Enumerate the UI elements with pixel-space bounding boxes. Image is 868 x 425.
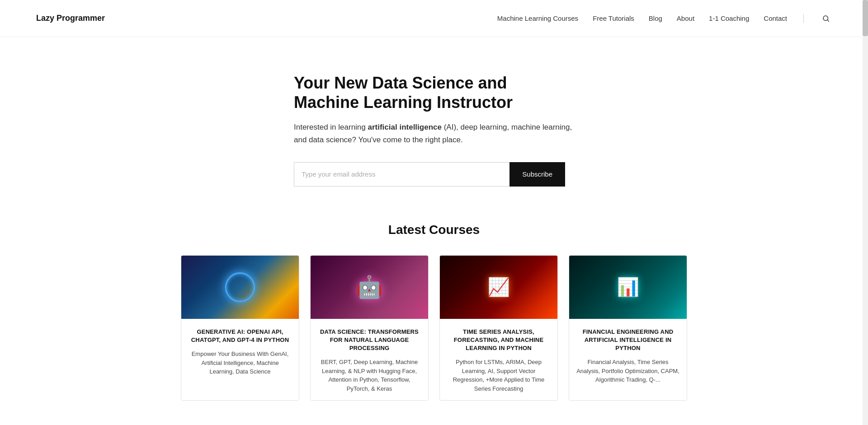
course-card-1[interactable]: GENERATIVE AI: OPENAI API, CHATGPT, AND … (181, 255, 299, 401)
courses-section-title: Latest Courses (36, 223, 832, 237)
course-card-3[interactable]: TIME SERIES ANALYSIS, FORECASTING, AND M… (439, 255, 558, 401)
hero-subtitle: Interested in learning artificial intell… (294, 121, 574, 145)
nav-blog[interactable]: Blog (649, 14, 662, 22)
course-image-3 (440, 256, 557, 319)
hero-title: Your New Data Science and Machine Learni… (294, 73, 574, 112)
nav-coaching[interactable]: 1-1 Coaching (709, 14, 749, 22)
course-desc-2: BERT, GPT, Deep Learning, Machine Learni… (318, 358, 421, 393)
nav-free-tutorials[interactable]: Free Tutorials (593, 14, 634, 22)
course-desc-4: Financial Analysis, Time Series Analysis… (576, 358, 679, 384)
course-desc-1: Empower Your Business With GenAI, Artifi… (189, 350, 292, 376)
svg-line-1 (827, 20, 829, 21)
course-image-4 (569, 256, 687, 319)
course-card-body-3: TIME SERIES ANALYSIS, FORECASTING, AND M… (440, 319, 557, 401)
courses-grid: GENERATIVE AI: OPENAI API, CHATGPT, AND … (181, 255, 687, 401)
subscribe-form: Subscribe (294, 162, 565, 187)
course-card-4[interactable]: FINANCIAL ENGINEERING AND ARTIFICIAL INT… (569, 255, 687, 401)
hero-subtitle-prefix: Interested in learning (294, 123, 368, 131)
course-title-1: GENERATIVE AI: OPENAI API, CHATGPT, AND … (189, 328, 292, 344)
course-title-2: DATA SCIENCE: TRANSFORMERS FOR NATURAL L… (318, 328, 421, 353)
course-card-body-2: DATA SCIENCE: TRANSFORMERS FOR NATURAL L… (311, 319, 428, 401)
search-icon (822, 14, 830, 23)
course-image-1 (181, 256, 299, 319)
nav-machine-learning-courses[interactable]: Machine Learning Courses (497, 14, 578, 22)
nav-contact[interactable]: Contact (764, 14, 787, 22)
course-image-2 (311, 256, 428, 319)
course-card-body-1: GENERATIVE AI: OPENAI API, CHATGPT, AND … (181, 319, 299, 401)
course-desc-3: Python for LSTMs, ARIMA, Deep Learning, … (447, 358, 550, 393)
main-nav: Machine Learning Courses Free Tutorials … (497, 13, 832, 24)
hero-subtitle-bold: artificial intelligence (368, 123, 442, 131)
course-title-3: TIME SERIES ANALYSIS, FORECASTING, AND M… (447, 328, 550, 353)
courses-section: Latest Courses GENERATIVE AI: OPENAI API… (0, 214, 868, 425)
svg-point-0 (823, 16, 828, 21)
site-logo[interactable]: Lazy Programmer (36, 14, 105, 23)
nav-about[interactable]: About (677, 14, 694, 22)
hero-section: Your New Data Science and Machine Learni… (276, 37, 592, 214)
course-card-2[interactable]: DATA SCIENCE: TRANSFORMERS FOR NATURAL L… (310, 255, 429, 401)
course-card-body-4: FINANCIAL ENGINEERING AND ARTIFICIAL INT… (569, 319, 687, 401)
scrollbar-track[interactable] (863, 0, 868, 425)
email-input[interactable] (294, 162, 509, 187)
subscribe-button[interactable]: Subscribe (509, 162, 565, 187)
search-button[interactable] (820, 13, 832, 24)
site-header: Lazy Programmer Machine Learning Courses… (0, 0, 868, 37)
course-title-4: FINANCIAL ENGINEERING AND ARTIFICIAL INT… (576, 328, 679, 353)
nav-divider (803, 14, 804, 23)
